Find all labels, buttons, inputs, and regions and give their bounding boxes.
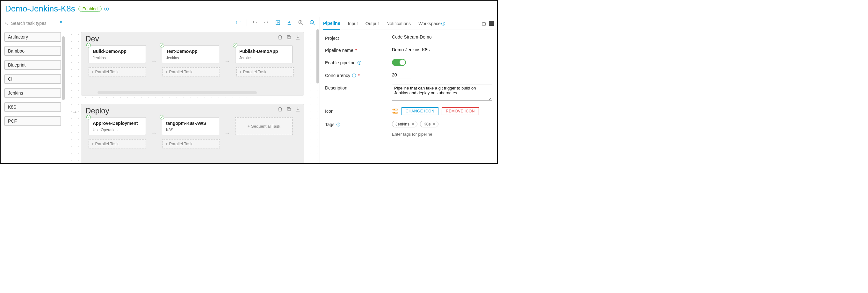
status-ok-icon: [86, 43, 91, 47]
svg-rect-26: [395, 112, 397, 113]
stage-title: Dev: [81, 32, 304, 43]
change-icon-button[interactable]: CHANGE ICON: [402, 107, 438, 115]
tab-input[interactable]: Input: [348, 18, 358, 29]
task-card[interactable]: tangopm-K8s-AWS K8S: [162, 117, 219, 135]
enable-pipeline-toggle[interactable]: [392, 59, 406, 66]
status-ok-icon: [86, 115, 91, 120]
pipeline-name-input[interactable]: [392, 46, 492, 53]
info-icon[interactable]: i: [358, 61, 361, 65]
svg-point-23: [393, 109, 394, 110]
add-parallel-task[interactable]: +Parallel Task: [89, 67, 146, 76]
task-type-item[interactable]: Artifactory: [4, 32, 61, 42]
fit-icon[interactable]: [274, 20, 281, 26]
tags-input[interactable]: [392, 131, 492, 138]
tab-workspace[interactable]: Workspacei: [418, 18, 445, 29]
task-title: tangopm-K8s-AWS: [166, 121, 215, 126]
info-icon[interactable]: i: [337, 123, 340, 126]
svg-rect-21: [287, 108, 290, 110]
remove-icon-button[interactable]: REMOVE ICON: [442, 107, 479, 115]
download-icon[interactable]: [286, 20, 293, 26]
connector-icon: →: [151, 58, 157, 65]
connector-icon: →: [224, 58, 230, 65]
tab-notifications[interactable]: Notifications: [386, 18, 411, 29]
task-type-item[interactable]: K8S: [4, 102, 61, 112]
add-parallel-task[interactable]: +Parallel Task: [89, 139, 146, 149]
task-title: Test-DemoApp: [166, 49, 215, 54]
svg-point-24: [393, 112, 394, 113]
label-description: Description: [325, 84, 392, 91]
svg-line-11: [302, 24, 303, 25]
task-type-item[interactable]: Jenkins: [4, 88, 61, 98]
search-input[interactable]: [10, 21, 61, 26]
delete-stage-icon[interactable]: [277, 106, 283, 112]
maximize-panel-icon[interactable]: ▢: [481, 21, 486, 26]
info-icon[interactable]: i: [104, 7, 108, 11]
task-card[interactable]: Approve-Deployment UserOperation: [89, 117, 146, 135]
export-stage-icon[interactable]: [295, 34, 301, 40]
tab-output[interactable]: Output: [366, 18, 379, 29]
add-parallel-task[interactable]: +Parallel Task: [162, 67, 220, 76]
add-parallel-task[interactable]: +Parallel Task: [237, 67, 294, 76]
stage-dev[interactable]: Dev Build-DemoApp Jenkins →: [81, 32, 304, 96]
add-sequential-task[interactable]: +Sequential Task: [235, 117, 292, 135]
task-title: Build-DemoApp: [93, 49, 142, 54]
info-icon[interactable]: i: [441, 22, 445, 26]
task-title: Approve-Deployment: [93, 121, 142, 126]
copy-stage-icon[interactable]: [286, 34, 292, 40]
required-icon: *: [355, 48, 357, 53]
pipeline-icon: [392, 108, 398, 114]
required-icon: *: [358, 73, 360, 78]
label-concurrency: Concurrency: [325, 73, 350, 78]
svg-line-15: [313, 24, 314, 25]
task-type-item[interactable]: CI: [4, 74, 61, 84]
task-card[interactable]: Build-DemoApp Jenkins: [89, 45, 146, 63]
label-pipeline-name: Pipeline name: [325, 48, 353, 53]
description-textarea[interactable]: [392, 84, 492, 101]
info-icon[interactable]: i: [352, 73, 356, 77]
add-parallel-task[interactable]: +Parallel Task: [162, 139, 220, 149]
redo-icon[interactable]: [263, 20, 270, 26]
stage-scrollbar[interactable]: [97, 91, 257, 94]
status-ok-icon: [160, 43, 164, 47]
svg-rect-18: [287, 36, 290, 38]
pipeline-canvas[interactable]: Dev Build-DemoApp Jenkins →: [65, 28, 320, 163]
connector-icon: →: [224, 130, 230, 137]
export-stage-icon[interactable]: [295, 106, 301, 112]
sidebar-scrollbar[interactable]: [62, 36, 65, 100]
page-title: Demo-Jenkins-K8s: [5, 4, 75, 14]
task-type-item[interactable]: PCF: [4, 116, 61, 126]
stage-title: Deploy: [81, 104, 304, 115]
label-project: Project: [325, 34, 392, 41]
task-type-item[interactable]: Bamboo: [4, 46, 61, 56]
label-tags: Tags: [325, 122, 335, 127]
zoom-in-icon[interactable]: [297, 20, 304, 26]
task-subtitle: UserOperation: [93, 128, 142, 132]
value-project: Code Stream-Demo: [392, 34, 492, 39]
tab-pipeline[interactable]: Pipeline: [323, 18, 340, 30]
task-type-item[interactable]: Blueprint: [4, 60, 61, 70]
stage-deploy[interactable]: Deploy Approve-Deployment UserOperation …: [81, 104, 304, 163]
minimize-panel-icon[interactable]: —: [473, 21, 478, 26]
task-card[interactable]: Publish-DemoApp Jenkins: [235, 45, 292, 63]
collapse-sidebar-icon[interactable]: «: [60, 19, 62, 24]
keyboard-icon[interactable]: [235, 20, 242, 26]
label-icon: Icon: [325, 107, 392, 114]
zoom-out-icon[interactable]: [309, 20, 316, 26]
copy-stage-icon[interactable]: [286, 106, 292, 112]
task-subtitle: K8S: [166, 128, 215, 132]
undo-icon[interactable]: [251, 20, 258, 26]
remove-tag-icon[interactable]: ✕: [411, 122, 414, 126]
canvas-scrollbar[interactable]: [316, 29, 319, 84]
status-ok-icon: [233, 43, 238, 47]
svg-rect-17: [288, 36, 290, 39]
delete-stage-icon[interactable]: [277, 34, 283, 40]
task-card[interactable]: Test-DemoApp Jenkins: [162, 45, 219, 63]
remove-tag-icon[interactable]: ✕: [432, 122, 436, 126]
dock-panel-icon[interactable]: [489, 21, 494, 26]
label-enable-pipeline: Enable pipeline: [325, 60, 355, 65]
task-subtitle: Jenkins: [93, 56, 142, 60]
svg-rect-20: [288, 108, 290, 111]
concurrency-input[interactable]: [392, 72, 411, 78]
tag-chip: Jenkins✕: [392, 121, 417, 127]
task-subtitle: Jenkins: [166, 56, 215, 60]
